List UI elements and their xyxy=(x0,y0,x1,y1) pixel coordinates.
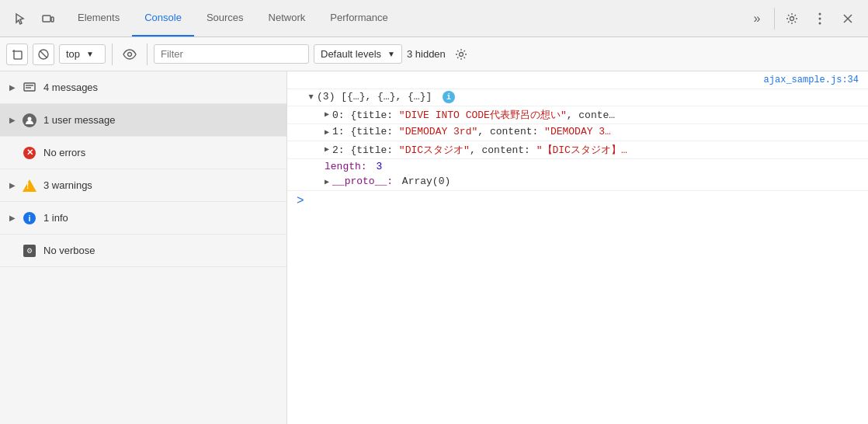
sidebar-item-warnings[interactable]: ▶ 3 warnings xyxy=(0,169,286,202)
main-layout: ▶ 4 messages ▶ 1 user mess xyxy=(0,71,868,424)
svg-point-19 xyxy=(28,116,32,120)
select-element-icon[interactable] xyxy=(9,8,31,30)
length-line: length: 3 xyxy=(287,159,868,174)
array-header-text: (3) [{…}, {…}, {…}] i xyxy=(317,91,455,103)
item2-text: 2: {title: "DICスタジオ", content: "【DICスタジオ… xyxy=(332,143,627,157)
tab-bar: Elements Console Sources Network Perform… xyxy=(0,0,868,37)
user-messages-label: 1 user message xyxy=(43,114,277,126)
more-options-icon[interactable] xyxy=(809,8,831,30)
svg-rect-0 xyxy=(43,16,50,22)
filter-input[interactable] xyxy=(154,44,309,64)
tab-network[interactable]: Network xyxy=(256,0,318,36)
item1-expand-arrow: ▶ xyxy=(325,127,329,137)
svg-line-13 xyxy=(40,50,47,57)
svg-point-15 xyxy=(459,52,463,56)
svg-point-14 xyxy=(128,52,132,56)
sidebar: ▶ 4 messages ▶ 1 user mess xyxy=(0,71,287,424)
levels-arrow-icon: ▼ xyxy=(387,50,395,58)
sidebar-item-user-messages[interactable]: ▶ 1 user message xyxy=(0,104,286,137)
hidden-badge: 3 hidden xyxy=(407,43,472,65)
user-messages-expand-arrow: ▶ xyxy=(9,116,16,124)
svg-point-2 xyxy=(790,16,794,20)
item0-text: 0: {title: "DIVE INTO CODE代表野呂の想い", cont… xyxy=(332,108,615,122)
context-dropdown-arrow: ▼ xyxy=(86,50,94,58)
item0-expand-arrow: ▶ xyxy=(325,109,329,119)
console-item-2[interactable]: ▶ 2: {title: "DICスタジオ", content: "【DICスタ… xyxy=(287,141,868,159)
toolbar-divider xyxy=(112,43,113,65)
warnings-label: 3 warnings xyxy=(43,179,277,191)
verbose-label: No verbose xyxy=(43,245,277,256)
messages-expand-arrow: ▶ xyxy=(9,83,16,92)
user-icon xyxy=(22,113,37,127)
tab-console[interactable]: Console xyxy=(132,0,194,36)
svg-point-5 xyxy=(819,22,821,24)
settings-icon[interactable] xyxy=(781,8,803,30)
file-reference[interactable]: ajax_sample.js:34 xyxy=(287,71,868,89)
toolbar: top ▼ Default levels ▼ 3 hidden xyxy=(0,37,868,71)
sidebar-item-info[interactable]: ▶ i 1 info xyxy=(0,202,286,235)
console-array-line[interactable]: ▶ (3) [{…}, {…}, {…}] i xyxy=(287,89,868,106)
array-expand-arrow: ▶ xyxy=(307,95,316,99)
console-proto-line[interactable]: ▶ __proto__: Array(0) xyxy=(287,174,868,191)
length-value: 3 xyxy=(376,161,382,172)
svg-point-3 xyxy=(819,12,821,15)
eye-icon[interactable] xyxy=(119,43,141,65)
console-content: ajax_sample.js:34 ▶ (3) [{…}, {…}, {…}] … xyxy=(287,71,868,424)
sidebar-item-messages[interactable]: ▶ 4 messages xyxy=(0,71,286,104)
toolbar-divider-2 xyxy=(147,43,148,65)
tab-bar-icons xyxy=(3,8,65,30)
info-icon: i xyxy=(22,212,37,224)
levels-dropdown[interactable]: Default levels ▼ xyxy=(314,44,402,64)
device-toggle-icon[interactable] xyxy=(37,8,59,30)
sidebar-item-verbose[interactable]: ▶ ⚙ No verbose xyxy=(0,235,286,267)
context-selector[interactable]: top ▼ xyxy=(59,44,106,64)
error-icon: ✕ xyxy=(22,147,37,159)
verbose-icon: ⚙ xyxy=(22,245,37,257)
array-info-badge: i xyxy=(443,91,455,103)
info-label: 1 info xyxy=(43,212,277,224)
clear-console-button[interactable] xyxy=(6,43,28,65)
info-expand-arrow: ▶ xyxy=(9,214,16,222)
more-tabs-button[interactable]: » xyxy=(746,8,768,30)
svg-point-4 xyxy=(819,17,821,19)
console-item-0[interactable]: ▶ 0: {title: "DIVE INTO CODE代表野呂の想い", co… xyxy=(287,106,868,124)
svg-rect-16 xyxy=(24,83,35,91)
tab-elements[interactable]: Elements xyxy=(65,0,132,36)
warnings-expand-arrow: ▶ xyxy=(9,181,16,189)
console-prompt[interactable]: > xyxy=(287,191,868,211)
warning-icon xyxy=(22,179,37,192)
svg-rect-1 xyxy=(51,17,54,22)
console-item-1[interactable]: ▶ 1: {title: "DEMODAY 3rd", content: "DE… xyxy=(287,124,868,141)
item2-expand-arrow: ▶ xyxy=(325,144,329,154)
proto-text: __proto__: Array(0) xyxy=(332,176,450,187)
settings-gear-icon[interactable] xyxy=(450,43,472,65)
divider xyxy=(774,8,775,30)
length-key: length: xyxy=(325,161,367,172)
block-requests-button[interactable] xyxy=(33,43,54,65)
messages-icon xyxy=(22,82,37,93)
proto-expand-arrow: ▶ xyxy=(325,177,329,186)
tab-sources[interactable]: Sources xyxy=(194,0,256,36)
errors-label: No errors xyxy=(43,147,277,158)
tab-bar-right: » xyxy=(746,8,865,30)
messages-label: 4 messages xyxy=(43,82,277,93)
tab-performance[interactable]: Performance xyxy=(318,0,400,36)
close-devtools-icon[interactable] xyxy=(837,8,859,30)
item1-text: 1: {title: "DEMODAY 3rd", content: "DEMO… xyxy=(332,126,611,137)
sidebar-item-errors[interactable]: ▶ ✕ No errors xyxy=(0,137,286,169)
